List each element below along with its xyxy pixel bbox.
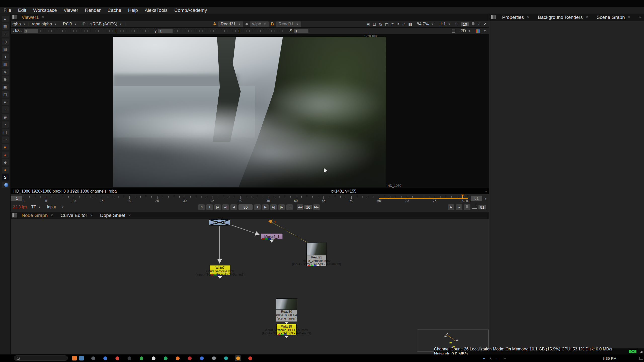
gain-slider[interactable]: [40, 30, 151, 32]
node-read31[interactable]: Read31 cloud_verticale.mov (Input - Sony…: [306, 243, 327, 266]
pinned-app-2[interactable]: [79, 356, 84, 360]
node-write7[interactable]: Write7 cloud_verticale.mov (Input - Sony…: [210, 265, 230, 275]
taskbar-app-10[interactable]: [199, 355, 205, 361]
lock-icon[interactable]: [472, 23, 474, 25]
pause-icon[interactable]: ▮▮: [408, 22, 412, 26]
step-back-button[interactable]: ◀: [230, 204, 237, 210]
gain-slider-handle[interactable]: [116, 29, 116, 33]
gamma-slider-handle[interactable]: [239, 29, 239, 33]
taskbar-app-7[interactable]: [163, 355, 169, 361]
view-mode-dropdown[interactable]: 2D▼: [459, 28, 472, 33]
taskbar-clock[interactable]: 8:35 PM: [602, 356, 617, 360]
menu-cache[interactable]: Cache: [107, 8, 121, 13]
chevron-down-icon[interactable]: ▾: [485, 190, 487, 193]
close-icon[interactable]: ×: [527, 15, 529, 20]
menu-alexstools[interactable]: AlexsTools: [145, 8, 168, 13]
close-icon[interactable]: ×: [128, 213, 131, 218]
lock-range-button[interactable]: [464, 204, 470, 210]
panel-menu-icon[interactable]: ≡: [639, 15, 641, 19]
taskbar-app-4[interactable]: [126, 355, 132, 361]
menu-render[interactable]: Render: [85, 8, 101, 13]
frame-inc-next-button[interactable]: ▶▶: [313, 204, 320, 210]
menu-workspace[interactable]: Workspace: [33, 8, 57, 13]
input-process-toggle[interactable]: IP: [82, 22, 86, 27]
playhead[interactable]: [462, 195, 463, 199]
taskbar-app-9[interactable]: [187, 355, 193, 361]
framing-icon[interactable]: ▣: [367, 22, 370, 26]
keyer-tool-icon[interactable]: ◈: [2, 69, 9, 75]
tray-app-icon[interactable]: ●: [483, 356, 485, 360]
node-mirror2-1[interactable]: Mirror2_1: [261, 233, 283, 239]
timeline-frames-dropdown[interactable]: TF▼: [30, 205, 42, 209]
frame-inc-prev-button[interactable]: ◀◀: [297, 204, 303, 210]
substance-tool-icon[interactable]: S: [2, 174, 9, 180]
taskbar-app-13[interactable]: [235, 355, 241, 361]
other-tool-icon[interactable]: ⋯: [2, 137, 9, 143]
wipe-dot-icon[interactable]: [246, 23, 248, 25]
taskbar-search-input[interactable]: [14, 355, 68, 361]
tray-list-icon[interactable]: ≡: [504, 356, 506, 360]
a-input-dropdown[interactable]: Read31▼: [218, 21, 243, 27]
double-chevron-icon[interactable]: »: [454, 23, 459, 25]
node-read30[interactable]: Read30 Plate_0060.exr (scene_linear): [276, 298, 297, 322]
render-tool-icon[interactable]: ■: [2, 144, 9, 150]
display-channel-dropdown[interactable]: RGB▼: [61, 22, 78, 27]
taskbar-app-12[interactable]: [223, 355, 229, 361]
timeline-range-dropdown[interactable]: Input▼: [46, 205, 66, 209]
current-frame-box[interactable]: 80: [238, 204, 253, 210]
mask-icon[interactable]: ◻: [373, 22, 376, 26]
views-tool-icon[interactable]: ◉: [2, 114, 9, 120]
layers-icon[interactable]: ▤: [385, 22, 388, 26]
taskbar-app-2[interactable]: [102, 355, 108, 361]
step-forward-button[interactable]: ▶|: [270, 204, 277, 210]
draw-tool-icon[interactable]: ▱: [2, 31, 9, 37]
menu-edit[interactable]: Edit: [18, 8, 26, 13]
mini-timeline-icon[interactable]: [472, 205, 477, 209]
node-grade10[interactable]: Grade10: [209, 219, 230, 225]
goto-start-button[interactable]: |◀: [214, 204, 221, 210]
node-write15[interactable]: Write15 cloud_verticale_BEFORE.mov (Inpu…: [276, 324, 297, 335]
saturation-input[interactable]: 1: [294, 29, 308, 33]
downrez-value[interactable]: 10: [461, 22, 469, 26]
close-icon[interactable]: ×: [628, 15, 630, 20]
guides-icon[interactable]: ≡: [391, 22, 393, 26]
tab-scene-graph[interactable]: Scene Graph×: [594, 14, 633, 21]
tab-node-graph[interactable]: Node Graph×: [19, 212, 56, 219]
pane-layout-icon[interactable]: [491, 15, 496, 19]
taskbar-app-8[interactable]: [175, 355, 181, 361]
metadata-tool-icon[interactable]: ▪: [2, 121, 9, 128]
menu-file[interactable]: File: [4, 8, 11, 13]
taskbar-app-3[interactable]: [114, 355, 120, 361]
roi-icon[interactable]: ⊕: [402, 22, 405, 26]
3d-tool-icon[interactable]: ◳: [2, 91, 9, 98]
tray-chevron-icon[interactable]: ∧: [490, 356, 492, 360]
gamma-slider[interactable]: [175, 30, 285, 32]
close-icon[interactable]: ×: [586, 15, 588, 20]
gizmo-tool-icon[interactable]: ◆: [2, 159, 9, 165]
menu-help[interactable]: Help: [128, 8, 138, 13]
channels-dropdown[interactable]: rgba▼: [11, 22, 27, 27]
cursor-tool-icon[interactable]: ▸: [2, 16, 9, 22]
chevron-down-icon[interactable]: ▼: [484, 29, 486, 32]
paint-tool-icon[interactable]: ▲: [2, 152, 9, 158]
wipe-icon[interactable]: ▨: [379, 22, 382, 26]
merge-tool-icon[interactable]: ⊕: [2, 76, 9, 82]
flipbook-play-button[interactable]: ▶: [448, 204, 454, 210]
frame-increment-value[interactable]: 10: [304, 205, 312, 209]
menu-compacademy[interactable]: CompAcademy: [174, 8, 207, 13]
proxy-ratio-dropdown[interactable]: 1:1▼: [438, 22, 452, 27]
gain-next-icon[interactable]: ▸: [21, 29, 22, 33]
frame-ruler[interactable]: 1510152025303540455055606570758081: [11, 195, 489, 202]
goto-end-button[interactable]: ○: [286, 204, 293, 210]
taskbar-app-6[interactable]: [150, 355, 156, 361]
deep-tool-icon[interactable]: ≈: [2, 106, 9, 113]
drop-tool-icon[interactable]: ●: [2, 167, 9, 173]
tab-dope-sheet[interactable]: Dope Sheet×: [97, 212, 134, 219]
pane-layout-icon[interactable]: [12, 15, 17, 19]
double-chevron-icon[interactable]: »: [484, 198, 488, 200]
tab-properties[interactable]: Properties×: [499, 14, 532, 21]
gain-prev-icon[interactable]: ◂: [12, 29, 14, 33]
prev-keyframe-button[interactable]: ◀|: [222, 204, 229, 210]
bounce-button[interactable]: I: [206, 204, 213, 210]
node-graph[interactable]: 1 Grade10 Mirror2_1 Read31 cloud_vertica…: [11, 219, 489, 354]
